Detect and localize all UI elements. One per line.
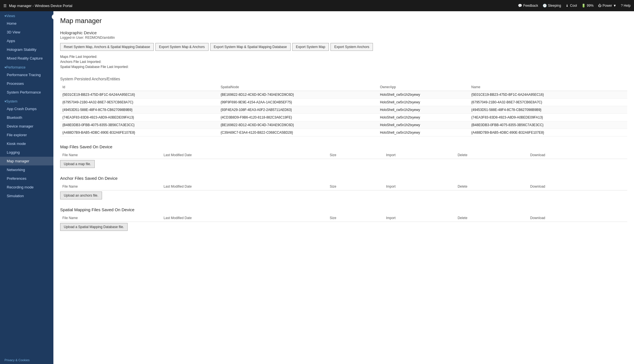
anchors-file-info: Anchors File Last Imported:: [60, 60, 627, 64]
sidebar-item-mixed-reality-capture[interactable]: Mixed Reality Capture: [0, 54, 53, 63]
af-col-size: Size: [327, 183, 384, 190]
cool-button[interactable]: 🌡 Cool: [565, 4, 577, 8]
sf-col-download: Download: [528, 214, 627, 222]
sidebar-section-performance[interactable]: ▾Performance: [0, 63, 53, 70]
device-name: Holographic Device: [60, 30, 627, 35]
mf-col-size: Size: [327, 151, 384, 159]
col-name: Name: [469, 83, 627, 91]
sidebar-item-system-performance[interactable]: System Performance: [0, 88, 53, 97]
spatial-files-table: File Name Last Modified Date Size Import…: [60, 214, 627, 222]
anchors-table: Id SpatialNode OwnerApp Name {5E01CE19-B…: [60, 83, 627, 136]
sidebar-item-networking[interactable]: Networking: [0, 165, 53, 174]
sidebar-item-apps[interactable]: Apps: [0, 37, 53, 45]
sidebar-item-preferences[interactable]: Preferences: [0, 174, 53, 183]
af-col-import: Import: [384, 183, 456, 190]
anchors-section: System Persisted Anchors/Entities Id Spa…: [60, 77, 627, 136]
mf-col-import: Import: [384, 151, 456, 159]
device-user: Logged-in User: REDMOND/ambillin: [60, 36, 627, 40]
hamburger-icon[interactable]: ☰: [3, 4, 7, 8]
mf-col-download: Download: [528, 151, 627, 159]
sidebar-item-file-explorer[interactable]: File explorer: [0, 131, 53, 139]
spatial-files-section: Spatial Mapping Files Saved On Device Fi…: [60, 207, 627, 231]
export-map-button[interactable]: Export System Map: [292, 43, 329, 51]
table-row: {74EA3F83-83D8-4923-A8D9-A0BEDE09FA13}{4…: [60, 114, 627, 121]
sidebar-item-processes[interactable]: Processes: [0, 79, 53, 88]
sleeping-button[interactable]: 🕐 Sleeping: [543, 4, 561, 8]
sidebar-section-views[interactable]: ▾Views: [0, 11, 53, 19]
sf-col-filename: File Name: [60, 214, 161, 222]
table-row: {5E01CE19-BB23-475D-BF1C-6A24AA95EC16}{B…: [60, 91, 627, 99]
sidebar-item-kiosk-mode[interactable]: Kiosk mode: [0, 139, 53, 148]
sidebar-item-simulation[interactable]: Simulation: [0, 192, 53, 200]
export-anchors-button[interactable]: Export System Anchors: [330, 43, 373, 51]
sidebar-item-logging[interactable]: Logging: [0, 148, 53, 157]
anchors-section-title: System Persisted Anchors/Entities: [60, 77, 627, 81]
titlebar: ☰ Map manager - Windows Device Portal 💬 …: [0, 0, 634, 11]
mf-col-modified: Last Modified Date: [161, 151, 327, 159]
sidebar-item-map-manager[interactable]: Map manager: [0, 157, 53, 165]
power-icon: ⏻: [598, 4, 601, 8]
table-row: {67957049-21B0-4A32-B6E7-9E57CB6E8A7C}{9…: [60, 99, 627, 106]
sidebar-item-recording-mode[interactable]: Recording mode: [0, 183, 53, 192]
power-button[interactable]: ⏻ Power ▼: [598, 4, 616, 8]
map-files-title: Map Files Saved On Device: [60, 144, 627, 149]
upload-map-button[interactable]: Upload a map file.: [60, 160, 95, 168]
sidebar-item-3dview[interactable]: 3D View: [0, 28, 53, 37]
col-id: Id: [60, 83, 218, 91]
device-info-section: Holographic Device Logged-in User: REDMO…: [60, 30, 627, 69]
feedback-icon: 💬: [518, 4, 522, 8]
sidebar-item-performance-tracing[interactable]: Performance Tracing: [0, 70, 53, 79]
main-content: Map manager Holographic Device Logged-in…: [53, 11, 634, 364]
reset-button[interactable]: Reset System Map, Anchors & Spatial Mapp…: [60, 43, 154, 51]
export-map-spatial-button[interactable]: Export System Map & Spatial Mapping Data…: [210, 43, 291, 51]
spatial-file-info: Spatial Mapping Database File Last Impor…: [60, 65, 627, 69]
sidebar: ‹ ▾Views Home 3D View Apps Hologram Stab…: [0, 11, 53, 364]
page-title: Map manager: [60, 17, 627, 25]
map-files-section: Map Files Saved On Device File Name Last…: [60, 144, 627, 168]
sidebar-item-hologram-stability[interactable]: Hologram Stability: [0, 45, 53, 54]
table-row: {49453D51-588E-48F4-8C78-CB627098B9B9}{9…: [60, 106, 627, 114]
af-col-download: Download: [528, 183, 627, 190]
sidebar-item-app-crash-dumps[interactable]: App Crash Dumps: [0, 104, 53, 113]
battery-icon: 🔋: [581, 4, 586, 8]
privacy-cookies-link[interactable]: Privacy & Cookies: [0, 356, 53, 364]
maps-file-info: Maps File Last Imported:: [60, 55, 627, 59]
sidebar-item-home[interactable]: Home: [0, 19, 53, 28]
mf-col-delete: Delete: [455, 151, 528, 159]
anchor-files-title: Anchor Files Saved On Device: [60, 176, 627, 181]
col-spatial-node: SpatialNode: [218, 83, 378, 91]
mf-col-filename: File Name: [60, 151, 161, 159]
af-col-filename: File Name: [60, 183, 161, 190]
map-files-table: File Name Last Modified Date Size Import…: [60, 151, 627, 159]
feedback-button[interactable]: 💬 Feedback: [518, 4, 538, 8]
titlebar-title: Map manager - Windows Device Portal: [9, 4, 516, 8]
upload-anchors-button[interactable]: Upload an anchors file.: [60, 192, 102, 199]
sidebar-section-system[interactable]: ▾System: [0, 97, 53, 104]
sf-col-size: Size: [327, 214, 384, 222]
anchor-files-table: File Name Last Modified Date Size Import…: [60, 183, 627, 190]
battery-status: 🔋 99%: [581, 4, 594, 8]
action-buttons-row: Reset System Map, Anchors & Spatial Mapp…: [60, 43, 627, 51]
export-map-anchors-button[interactable]: Export System Map & Anchors: [155, 43, 209, 51]
table-row: {A488D7B9-BAB5-4DBC-890E-B32A6FE107E8}{C…: [60, 129, 627, 136]
table-row: {B48E0DB3-0FBB-4075-8355-3B56C7A3E3CC}{B…: [60, 121, 627, 129]
spatial-files-title: Spatial Mapping Files Saved On Device: [60, 207, 627, 212]
sidebar-item-bluetooth[interactable]: Bluetooth: [0, 113, 53, 122]
help-button[interactable]: ? Help: [621, 4, 631, 8]
af-col-modified: Last Modified Date: [161, 183, 327, 190]
sf-col-delete: Delete: [455, 214, 528, 222]
sleeping-icon: 🕐: [543, 4, 547, 8]
col-owner-app: OwnerApp: [378, 83, 469, 91]
sidebar-item-device-manager[interactable]: Device manager: [0, 122, 53, 131]
upload-spatial-button[interactable]: Upload a Spatial Mapping Database file.: [60, 223, 128, 231]
sf-col-modified: Last Modified Date: [161, 214, 327, 222]
thermometer-icon: 🌡: [565, 4, 569, 8]
sf-col-import: Import: [384, 214, 456, 222]
af-col-delete: Delete: [455, 183, 528, 190]
anchor-files-section: Anchor Files Saved On Device File Name L…: [60, 176, 627, 199]
